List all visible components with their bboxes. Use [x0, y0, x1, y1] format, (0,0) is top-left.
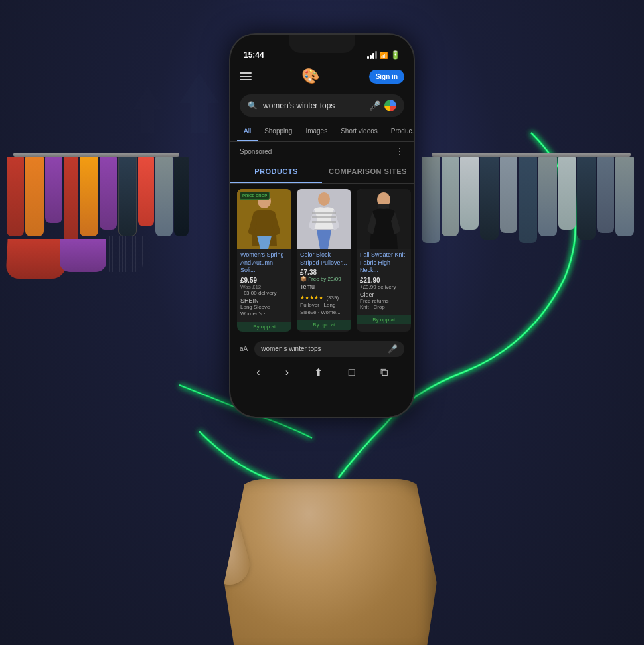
signal-icon: [367, 51, 377, 59]
svg-point-3: [318, 192, 330, 206]
by-uppai-1: By upp.ai: [237, 322, 291, 332]
tab-products[interactable]: PRODUCTS: [230, 161, 322, 183]
search-bar[interactable]: 🔍 women's winter tops 🎤: [240, 94, 404, 117]
product-card-1[interactable]: PRICE DROP: [237, 189, 291, 332]
nav-tab-all[interactable]: All: [237, 122, 258, 141]
product-card-3[interactable]: Fall Sweater Knit Fabric High Neck... £2…: [357, 189, 411, 332]
text-size-icon[interactable]: aA: [240, 345, 248, 352]
scene: 15:44 📶 🔋: [0, 0, 644, 645]
product-store-1: SHEIN: [240, 297, 288, 304]
nav-share-icon[interactable]: ⬆: [314, 366, 323, 379]
tab-comparison-sites[interactable]: COMPARISON SITES: [322, 161, 414, 183]
phone-bottom-bar: aA women's winter tops 🎤: [230, 337, 414, 361]
product-image-1: PRICE DROP: [237, 189, 291, 249]
bottom-search-bar[interactable]: women's winter tops 🎤: [254, 341, 404, 357]
nav-tab-short-videos[interactable]: Short videos: [334, 122, 384, 141]
product-image-3: [357, 189, 411, 249]
sign-in-button[interactable]: Sign in: [369, 70, 404, 84]
google-header: 🎨 Sign in: [230, 64, 414, 89]
product-name-1: Women's Spring And Autumn Soli...: [240, 251, 288, 275]
search-nav-tabs: All Shopping Images Short videos Produc.…: [230, 122, 414, 142]
nav-back-icon[interactable]: ‹: [256, 366, 260, 378]
product-was-price-1: Was £12: [240, 284, 288, 290]
product-price-1: £9.59: [240, 277, 288, 284]
bottom-mic-icon[interactable]: 🎤: [388, 344, 398, 354]
phone-screen: 15:44 📶 🔋: [230, 35, 414, 417]
mic-icon[interactable]: 🎤: [369, 100, 380, 111]
svg-rect-6: [312, 221, 336, 223]
by-uppai-2: By upp.ai: [297, 320, 351, 330]
browser-nav-bar: ‹ › ⬆ □ ⧉: [230, 361, 414, 390]
more-options-icon[interactable]: ⋮: [395, 146, 404, 157]
nav-bookmarks-icon[interactable]: □: [349, 366, 355, 378]
product-free-delivery-2: 📦 Free by 23/09: [300, 276, 348, 282]
status-time: 15:44: [244, 50, 264, 60]
product-stars-2: ★★★★★ (339): [300, 290, 348, 302]
left-clothing-rack: [0, 153, 193, 338]
google-logo: 🎨: [301, 68, 319, 85]
sponsored-bar: Sponsored ⋮: [230, 142, 414, 161]
phone-mockup: 15:44 📶 🔋: [229, 33, 415, 418]
product-desc-1: Long Sleeve · Women's ·: [240, 304, 288, 318]
product-store-2: Temu: [300, 283, 348, 290]
product-store-3: Cider: [360, 291, 408, 298]
bottom-search-text: women's winter tops: [261, 345, 384, 352]
product-price-2: £7.38: [300, 269, 348, 276]
right-clothing-rack: [418, 153, 644, 338]
product-desc-2: Pullover · Long Sleeve · Wome...: [300, 302, 348, 316]
product-card-2[interactable]: Color Block Striped Pullover... £7.38 📦 …: [297, 189, 351, 332]
search-icon: 🔍: [248, 101, 258, 110]
product-comparison-tabs: PRODUCTS COMPARISON SITES: [230, 161, 414, 184]
sponsored-label: Sponsored: [240, 148, 272, 155]
svg-rect-4: [312, 212, 336, 214]
product-name-2: Color Block Striped Pullover...: [300, 251, 348, 267]
product-cards-list: PRICE DROP: [230, 184, 414, 337]
search-action-icons: 🎤: [369, 100, 396, 111]
product-info-2: Color Block Striped Pullover... £7.38 📦 …: [297, 249, 351, 319]
product-info-1: Women's Spring And Autumn Soli... £9.59 …: [237, 249, 291, 321]
product-image-2: [297, 189, 351, 249]
nav-tab-products[interactable]: Produc...: [384, 122, 414, 141]
google-lens-icon[interactable]: [384, 100, 396, 111]
product-desc-3: Knit · Crop ·: [360, 304, 408, 311]
svg-rect-5: [312, 216, 336, 218]
wifi-icon: 📶: [380, 52, 388, 59]
product-info-3: Fall Sweater Knit Fabric High Neck... £2…: [357, 249, 411, 313]
hamburger-menu[interactable]: [240, 72, 252, 80]
hand: [224, 479, 437, 645]
product-name-3: Fall Sweater Knit Fabric High Neck...: [360, 251, 408, 275]
battery-icon: 🔋: [390, 50, 400, 60]
search-query-text: women's winter tops: [263, 101, 364, 110]
nav-tab-shopping[interactable]: Shopping: [258, 122, 299, 141]
nav-forward-icon[interactable]: ›: [285, 366, 289, 378]
product-delivery-1: +£3.00 delivery: [240, 290, 288, 296]
product-free-returns-3: Free returns: [360, 298, 408, 304]
by-uppai-3: By upp.ai: [357, 315, 411, 324]
nav-tabs-icon[interactable]: ⧉: [380, 366, 388, 378]
product-delivery-3: +£3.99 delivery: [360, 284, 408, 290]
price-drop-badge: PRICE DROP: [240, 192, 270, 200]
nav-tab-images[interactable]: Images: [299, 122, 334, 141]
phone-notch: [289, 35, 355, 53]
status-icons: 📶 🔋: [367, 50, 400, 60]
product-price-3: £21.90: [360, 277, 408, 284]
